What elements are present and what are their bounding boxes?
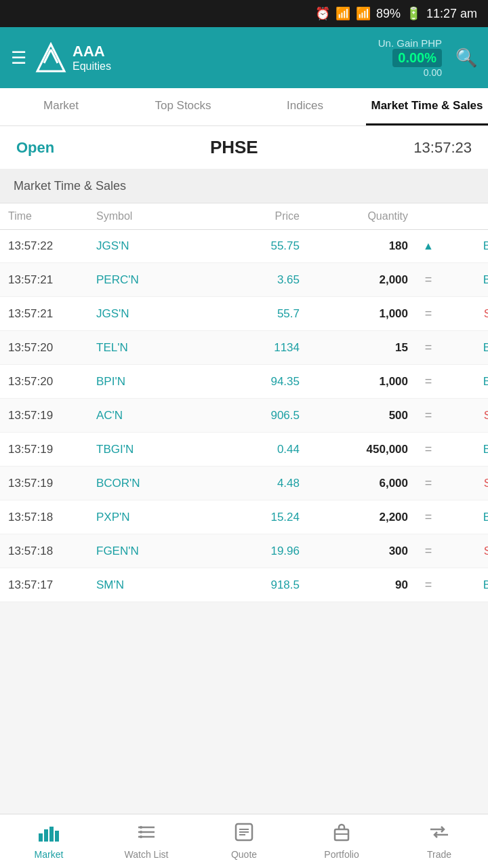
cell-time: 13:57:19 [8, 409, 96, 422]
logo-subtitle: Equities [73, 60, 111, 73]
cell-time: 13:57:20 [8, 375, 96, 389]
cell-quantity: 1,000 [300, 307, 408, 321]
table-row[interactable]: 13:57:19 BCOR'N 4.48 6,000 = Sell [0, 467, 488, 500]
cell-symbol: SM'N [96, 578, 218, 592]
table-row[interactable]: 13:57:19 TBGI'N 0.44 450,000 = Buy [0, 433, 488, 467]
gain-value: 0.00 [424, 67, 442, 78]
col-trend [408, 210, 449, 222]
cell-action: Buy [449, 578, 488, 592]
cell-action: Buy [449, 341, 488, 355]
trend-eq-icon: = [425, 307, 432, 320]
cell-action: Buy [449, 239, 488, 253]
market-nav-icon [39, 823, 59, 846]
cell-symbol: FGEN'N [96, 545, 218, 558]
cell-price: 3.65 [218, 273, 300, 287]
cell-trend: = [408, 408, 449, 422]
cell-action: Buy [449, 511, 488, 524]
table-row[interactable]: 13:57:17 SM'N 918.5 90 = Buy [0, 568, 488, 602]
trade-nav-label: Trade [427, 849, 451, 860]
watchlist-nav-label: Watch List [125, 849, 169, 860]
cell-symbol: BCOR'N [96, 477, 218, 490]
cell-quantity: 2,200 [300, 511, 408, 524]
col-time: Time [8, 210, 96, 222]
table-row[interactable]: 13:57:18 PXP'N 15.24 2,200 = Buy [0, 500, 488, 534]
svg-rect-6 [55, 831, 59, 842]
trend-eq-icon: = [425, 544, 432, 557]
cell-trend: = [408, 273, 449, 287]
exchange-name: PHSE [210, 137, 258, 158]
cell-trend: = [408, 442, 449, 456]
nav-trade[interactable]: Trade [390, 814, 488, 868]
cell-quantity: 6,000 [300, 477, 408, 490]
gain-percent: 0.00% [392, 49, 442, 67]
cell-price: 0.44 [218, 443, 300, 456]
market-clock: 13:57:23 [413, 139, 472, 157]
cell-price: 15.24 [218, 511, 300, 524]
cell-trend: = [408, 510, 449, 524]
col-quantity: Quantity [300, 210, 408, 222]
table-row[interactable]: 13:57:19 AC'N 906.5 500 = Sell [0, 399, 488, 433]
cell-trend: = [408, 544, 449, 558]
tab-indices[interactable]: Indices [244, 88, 366, 125]
cell-symbol: PERC'N [96, 273, 218, 287]
cell-time: 13:57:22 [8, 239, 96, 253]
cell-trend: ▲ [408, 240, 449, 252]
cell-action: Sell [449, 307, 488, 321]
table-row[interactable]: 13:57:21 PERC'N 3.65 2,000 = Buy [0, 263, 488, 297]
cell-price: 906.5 [218, 409, 300, 422]
cell-symbol: TBGI'N [96, 443, 218, 456]
cell-quantity: 1,000 [300, 375, 408, 389]
cell-symbol: TEL'N [96, 341, 218, 355]
cell-quantity: 500 [300, 409, 408, 422]
cell-quantity: 300 [300, 545, 408, 558]
table-row[interactable]: 13:57:21 JGS'N 55.7 1,000 = Sell [0, 297, 488, 331]
menu-button[interactable]: ☰ [11, 49, 26, 66]
alarm-icon: ⏰ [315, 6, 330, 21]
logo-area: AAA Equities [35, 41, 370, 74]
battery-icon: 🔋 [406, 6, 421, 21]
cell-trend: = [408, 476, 449, 490]
cell-time: 13:57:19 [8, 443, 96, 456]
cell-action: Sell [449, 409, 488, 422]
logo-icon [35, 41, 67, 74]
svg-rect-4 [44, 829, 48, 842]
cell-action: Sell [449, 545, 488, 558]
market-nav-label: Market [35, 849, 64, 860]
cell-time: 13:57:17 [8, 578, 96, 592]
watchlist-nav-icon [137, 823, 156, 846]
search-button[interactable]: 🔍 [455, 47, 477, 68]
cell-price: 55.75 [218, 239, 300, 253]
cell-action: Buy [449, 443, 488, 456]
tab-market-time-sales[interactable]: Market Time & Sales [366, 88, 488, 125]
nav-quote[interactable]: Quote [195, 814, 293, 868]
tab-top-stocks[interactable]: Top Stocks [122, 88, 244, 125]
col-symbol: Symbol [96, 210, 218, 222]
cell-time: 13:57:18 [8, 511, 96, 524]
nav-watchlist[interactable]: Watch List [98, 814, 195, 868]
trend-eq-icon: = [425, 273, 432, 286]
cell-time: 13:57:21 [8, 307, 96, 321]
market-status-row: Open PHSE 13:57:23 [0, 126, 488, 170]
portfolio-nav-label: Portfolio [324, 849, 359, 860]
time-text: 11:27 am [426, 7, 477, 21]
table-row[interactable]: 13:57:18 FGEN'N 19.96 300 = Sell [0, 534, 488, 568]
tab-market[interactable]: Market [0, 88, 122, 125]
gain-area: Un. Gain PHP 0.00% 0.00 [378, 37, 442, 78]
cell-time: 13:57:21 [8, 273, 96, 287]
col-price: Price [218, 210, 300, 222]
nav-market[interactable]: Market [0, 814, 98, 868]
nav-portfolio[interactable]: Portfolio [293, 814, 390, 868]
trend-eq-icon: = [425, 510, 432, 524]
cell-quantity: 90 [300, 578, 408, 592]
table-row[interactable]: 13:57:20 TEL'N 1134 15 = Buy [0, 331, 488, 365]
table-row[interactable]: 13:57:22 JGS'N 55.75 180 ▲ Buy [0, 230, 488, 263]
cell-trend: = [408, 307, 449, 321]
cell-quantity: 450,000 [300, 443, 408, 456]
svg-point-11 [140, 831, 142, 833]
gain-label: Un. Gain PHP [378, 37, 442, 49]
section-title: Market Time & Sales [0, 170, 488, 203]
app-header: ☰ AAA Equities Un. Gain PHP 0.00% 0.00 🔍 [0, 27, 488, 88]
table-row[interactable]: 13:57:20 BPI'N 94.35 1,000 = Buy [0, 365, 488, 399]
cell-symbol: BPI'N [96, 375, 218, 389]
tab-bar: Market Top Stocks Indices Market Time & … [0, 88, 488, 126]
